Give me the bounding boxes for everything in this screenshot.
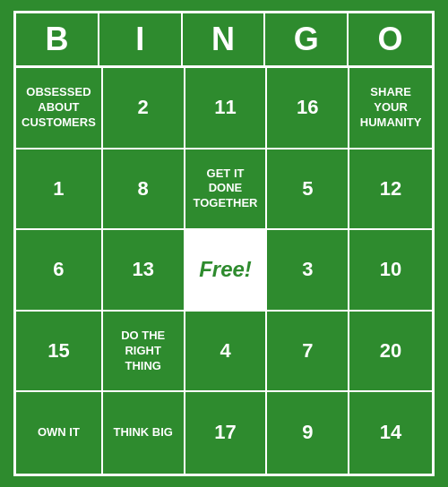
bingo-cell: SHARE YOUR HUMANITY <box>349 68 432 150</box>
bingo-cell: 6 <box>16 230 103 312</box>
bingo-cell: 1 <box>16 150 103 231</box>
bingo-cell: 15 <box>16 312 103 393</box>
header-letter: I <box>99 13 183 65</box>
bingo-cell: 9 <box>267 392 349 474</box>
bingo-cell: 13 <box>103 230 185 312</box>
bingo-cell: 10 <box>349 230 432 312</box>
bingo-cell: 17 <box>185 392 268 474</box>
bingo-cell: 20 <box>349 312 432 393</box>
bingo-cell: 14 <box>349 392 432 474</box>
bingo-cell: 12 <box>349 150 432 231</box>
bingo-cell: OBSESSED ABOUT CUSTOMERS <box>16 68 103 150</box>
bingo-cell: OWN IT <box>16 392 103 474</box>
header-letter: O <box>349 13 432 65</box>
bingo-grid: OBSESSED ABOUT CUSTOMERS21116SHARE YOUR … <box>16 68 432 474</box>
bingo-cell: 11 <box>185 68 268 150</box>
bingo-cell: THINK BIG <box>103 392 185 474</box>
bingo-cell: 8 <box>103 150 185 231</box>
bingo-cell: 2 <box>103 68 185 150</box>
bingo-cell: GET IT DONE TOGETHER <box>185 150 268 231</box>
bingo-cell: 4 <box>185 312 268 393</box>
bingo-cell: 3 <box>267 230 349 312</box>
header-letter: N <box>183 13 266 65</box>
bingo-cell: 5 <box>267 150 349 231</box>
bingo-cell: DO THE RIGHT THING <box>103 312 185 393</box>
bingo-cell: Free! <box>185 230 268 312</box>
bingo-card: BINGO OBSESSED ABOUT CUSTOMERS21116SHARE… <box>13 11 435 476</box>
bingo-cell: 16 <box>267 68 349 150</box>
bingo-cell: 7 <box>267 312 349 393</box>
header-letter: G <box>265 13 349 65</box>
bingo-header: BINGO <box>16 13 432 68</box>
header-letter: B <box>16 13 99 65</box>
